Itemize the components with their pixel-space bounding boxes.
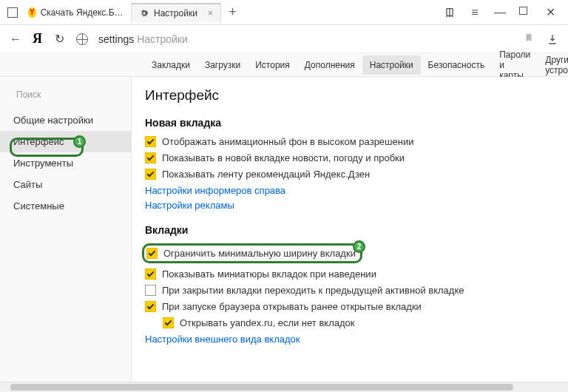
topnav-downloads[interactable]: Загрузки <box>197 55 248 75</box>
opt-prev-tab[interactable]: При закрытии вкладки переходить к предыд… <box>145 285 555 296</box>
opt-label: Отображать анимационный фон в высоком ра… <box>162 136 413 147</box>
menu-icon[interactable]: ≡ <box>469 7 481 18</box>
tab-2-title: Настройки <box>154 8 197 18</box>
tab-1-title: Скачать Яндекс.Браузер д <box>41 7 124 18</box>
opt-label: Показывать ленту рекомендаций Яндекс.Дзе… <box>162 169 370 180</box>
section-tabs-heading: Вкладки <box>145 224 555 236</box>
yandex-logo[interactable]: Я <box>33 31 42 47</box>
settings-topnav: Закладки Загрузки История Дополнения Нас… <box>0 53 568 77</box>
opt-zen[interactable]: Показывать ленту рекомендаций Яндекс.Дзе… <box>145 169 555 180</box>
opt-news[interactable]: Показывать в новой вкладке новости, пого… <box>145 152 555 163</box>
sidebar-item-sites[interactable]: Сайты <box>0 174 131 195</box>
topnav-bookmarks[interactable]: Закладки <box>144 55 197 75</box>
settings-content: Интерфейс Новая вкладка Отображать анима… <box>132 77 568 392</box>
titlebar: Y Скачать Яндекс.Браузер д Настройки × +… <box>0 0 568 25</box>
panel-toggle[interactable] <box>4 4 21 21</box>
topnav-settings[interactable]: Настройки <box>362 55 421 75</box>
link-tab-appearance[interactable]: Настройки внешнего вида вкладок <box>145 334 555 345</box>
opt-label: Ограничить минимальную ширину вкладки <box>163 248 356 259</box>
opt-anim-bg[interactable]: Отображать анимационный фон в высоком ра… <box>145 136 555 147</box>
yandex-icon: Y <box>28 7 36 18</box>
link-ads[interactable]: Настройки рекламы <box>145 200 555 211</box>
sidebar-item-tools[interactable]: Инструменты <box>0 152 131 174</box>
topnav-history[interactable]: История <box>248 55 297 75</box>
opt-open-yandex[interactable]: Открывать yandex.ru, если нет вкладок <box>163 317 555 328</box>
link-informers[interactable]: Настройки информеров справа <box>145 185 555 196</box>
sidebar-item-interface[interactable]: Интерфейс <box>0 131 131 152</box>
browser-tab-1[interactable]: Y Скачать Яндекс.Браузер д <box>21 3 132 22</box>
browser-tab-2[interactable]: Настройки × <box>132 3 221 22</box>
back-icon[interactable]: ← <box>9 33 22 46</box>
sidebar-item-label: Интерфейс <box>13 136 64 147</box>
checkbox-icon[interactable] <box>145 136 156 147</box>
opt-min-width[interactable]: Ограничить минимальную ширину вкладки 2 <box>145 243 555 263</box>
topnav-other[interactable]: Другие устройс <box>538 50 568 80</box>
checkbox-icon[interactable] <box>145 268 156 280</box>
bookmark-icon[interactable] <box>524 32 534 46</box>
badge-2: 2 <box>353 240 365 253</box>
sidebar-search[interactable]: Поиск <box>10 86 121 104</box>
reload-icon[interactable]: ↻ <box>53 33 66 46</box>
opt-restore-tabs[interactable]: При запуске браузера открывать ранее отк… <box>145 301 555 312</box>
gear-icon <box>139 8 149 18</box>
checkbox-icon[interactable] <box>163 317 174 328</box>
settings-sidebar: Поиск Общие настройки Интерфейс Инструме… <box>0 77 132 392</box>
address-text[interactable]: settings Настройки <box>98 33 188 45</box>
page-title: Интерфейс <box>145 87 555 104</box>
opt-label: При закрытии вкладки переходить к предыд… <box>162 285 464 296</box>
scrollbar-thumb[interactable] <box>10 384 513 391</box>
topnav-security[interactable]: Безопасность <box>421 55 493 75</box>
topnav-addons[interactable]: Дополнения <box>297 55 362 75</box>
opt-label: Открывать yandex.ru, если нет вкладок <box>180 317 354 328</box>
address-page: Настройки <box>137 33 188 45</box>
window-close-icon[interactable]: ✕ <box>544 7 556 18</box>
address-bar: ← Я ↻ settings Настройки <box>0 25 568 53</box>
checkbox-icon[interactable] <box>146 248 158 259</box>
window-maximize-icon[interactable] <box>519 7 531 18</box>
highlight-2: Ограничить минимальную ширину вкладки 2 <box>142 243 362 263</box>
opt-label: Показывать в новой вкладке новости, пого… <box>162 152 405 163</box>
section-newtab-heading: Новая вкладка <box>145 117 555 129</box>
opt-label: При запуске браузера открывать ранее отк… <box>162 301 422 312</box>
main-area: Поиск Общие настройки Интерфейс Инструме… <box>0 77 568 392</box>
opt-label: Показывать миниатюры вкладок при наведен… <box>162 268 376 280</box>
globe-icon <box>76 33 88 45</box>
opt-thumbnails[interactable]: Показывать миниатюры вкладок при наведен… <box>145 268 555 280</box>
checkbox-icon[interactable] <box>145 152 156 163</box>
checkbox-icon[interactable] <box>145 301 156 312</box>
reader-icon[interactable] <box>444 7 456 18</box>
checkbox-icon[interactable] <box>145 169 156 180</box>
checkbox-icon[interactable] <box>145 285 156 296</box>
sidebar-item-system[interactable]: Системные <box>0 195 131 217</box>
address-host: settings <box>98 33 134 45</box>
horizontal-scrollbar[interactable] <box>0 382 568 392</box>
close-tab-icon[interactable]: × <box>208 7 214 18</box>
window-minimize-icon[interactable]: — <box>494 7 506 18</box>
sidebar-item-general[interactable]: Общие настройки <box>0 109 131 131</box>
new-tab-button[interactable]: + <box>221 4 243 20</box>
download-icon[interactable] <box>546 33 559 46</box>
